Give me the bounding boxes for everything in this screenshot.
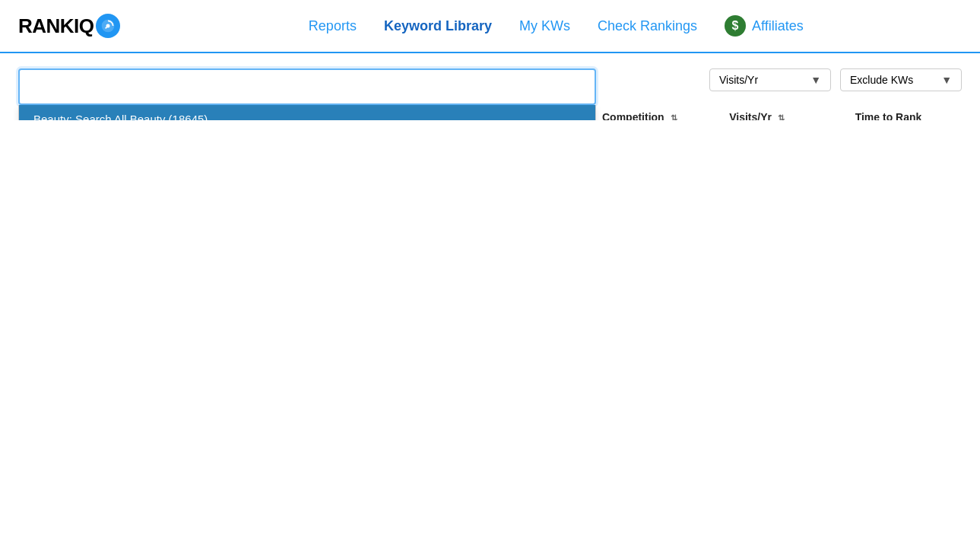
affiliates-label: Affiliates — [752, 18, 804, 34]
col-competition[interactable]: Competition ⇅ — [593, 103, 720, 120]
logo-text-iq: IQ — [74, 14, 94, 38]
logo-text-rank: RANK — [18, 14, 74, 38]
sort-icon: ⇅ — [778, 113, 785, 120]
exclude-filter[interactable]: Exclude KWs ▼ — [840, 68, 962, 91]
exclude-filter-label: Exclude KWs — [850, 74, 913, 86]
data-table: Competition ⇅ Visits/Yr ⇅ Time to Rank 1… — [593, 103, 962, 120]
visits-filter-label: Visits/Yr — [719, 74, 758, 86]
dropdown-item[interactable]: Beauty: Search All Beauty (18645) — [19, 105, 595, 120]
navbar: RANKIQ Reports Keyword Library My KWs Ch… — [0, 0, 980, 53]
nav-affiliates[interactable]: $ Affiliates — [725, 15, 804, 37]
search-wrapper: Beauty: Search All Beauty (18645)Beauty:… — [18, 68, 596, 105]
chevron-down-icon: ▼ — [941, 74, 952, 86]
table-header: Competition ⇅ Visits/Yr ⇅ Time to Rank — [593, 103, 962, 120]
logo-icon — [96, 14, 120, 38]
main-content: Beauty: Search All Beauty (18645)Beauty:… — [0, 53, 980, 120]
nav-my-kws[interactable]: My KWs — [519, 18, 570, 34]
visits-filter[interactable]: Visits/Yr ▼ — [709, 68, 831, 91]
col-time-to-rank: Time to Rank — [846, 103, 962, 120]
nav-keyword-library[interactable]: Keyword Library — [384, 18, 492, 34]
logo: RANKIQ — [18, 14, 120, 38]
nav-links: Reports Keyword Library My KWs Check Ran… — [151, 15, 962, 37]
nav-reports[interactable]: Reports — [309, 18, 357, 34]
right-panel: Visits/Yr ▼ Exclude KWs ▼ Competition ⇅ … — [593, 68, 962, 120]
dollar-icon: $ — [725, 15, 746, 37]
filter-row: Visits/Yr ▼ Exclude KWs ▼ — [593, 68, 962, 91]
col-visits[interactable]: Visits/Yr ⇅ — [720, 103, 846, 120]
chevron-down-icon: ▼ — [810, 74, 821, 86]
nav-check-rankings[interactable]: Check Rankings — [598, 18, 697, 34]
category-dropdown: Beauty: Search All Beauty (18645)Beauty:… — [18, 105, 596, 120]
search-input[interactable] — [18, 68, 596, 105]
sort-icon: ⇅ — [671, 113, 677, 120]
